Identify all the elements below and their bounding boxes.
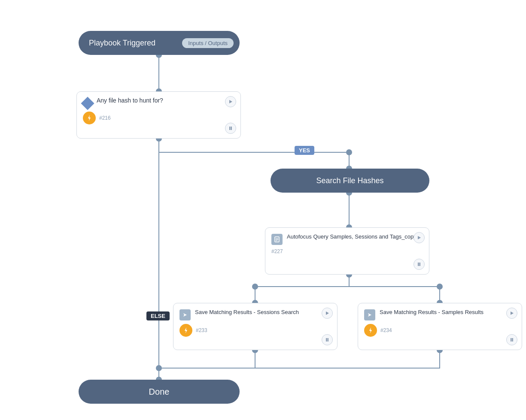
playbook-triggered-node[interactable]: Playbook Triggered Inputs / Outputs — [79, 31, 240, 55]
sessions-play-btn[interactable] — [322, 308, 333, 319]
condition-id: #216 — [99, 115, 111, 121]
play-icon — [510, 311, 514, 315]
lightning-icon — [182, 327, 189, 334]
svg-rect-28 — [420, 263, 421, 266]
svg-rect-33 — [328, 338, 329, 341]
sessions-title: Save Matching Results - Sessions Search — [195, 308, 331, 316]
pause-icon — [325, 338, 329, 342]
svg-point-10 — [252, 284, 258, 290]
sessions-pause-btn[interactable] — [322, 334, 333, 345]
svg-marker-19 — [229, 100, 232, 103]
condition-pause-btn[interactable] — [225, 123, 236, 134]
samples-badge — [364, 324, 377, 337]
svg-rect-32 — [326, 338, 327, 341]
condition-badge — [83, 112, 96, 124]
search-hashes-label: Search File Hashes — [316, 176, 383, 185]
samples-footer: #234 — [364, 324, 516, 337]
svg-marker-31 — [326, 311, 329, 315]
svg-marker-26 — [418, 236, 421, 239]
autofocus-header: Autofocus Query Samples, Sessions and Ta… — [271, 233, 423, 245]
arrow-icon — [179, 309, 191, 320]
search-hashes-node[interactable]: Search File Hashes — [271, 169, 429, 193]
playbook-triggered-label: Playbook Triggered — [89, 39, 155, 48]
svg-marker-35 — [369, 327, 372, 333]
autofocus-play-btn[interactable] — [414, 232, 425, 243]
play-icon — [325, 311, 329, 315]
pause-icon — [417, 262, 421, 266]
diamond-icon — [81, 97, 94, 110]
svg-point-16 — [156, 365, 162, 371]
pause-icon — [510, 338, 514, 342]
autofocus-title: Autofocus Query Samples, Sessions and Ta… — [287, 233, 423, 241]
sessions-header: Save Matching Results - Sessions Search — [179, 308, 331, 320]
samples-results-node[interactable]: Save Matching Results - Samples Results … — [358, 303, 522, 350]
inputs-outputs-button[interactable]: Inputs / Outputs — [182, 38, 234, 48]
book-icon — [271, 234, 283, 245]
done-label: Done — [149, 387, 170, 397]
condition-title: Any file hash to hunt for? — [97, 97, 234, 104]
samples-play-btn[interactable] — [506, 308, 517, 319]
svg-marker-30 — [185, 327, 187, 333]
autofocus-footer: #227 — [271, 248, 423, 254]
else-label: ELSE — [146, 311, 170, 320]
svg-rect-20 — [229, 127, 231, 130]
done-node[interactable]: Done — [79, 380, 240, 404]
lightning-icon — [86, 115, 93, 121]
lightning-icon — [367, 327, 374, 334]
svg-rect-21 — [231, 127, 232, 130]
condition-footer: #216 — [83, 112, 234, 124]
arrow-icon — [364, 309, 375, 320]
svg-rect-38 — [512, 338, 514, 341]
svg-marker-36 — [511, 311, 514, 315]
samples-header: Save Matching Results - Samples Results — [364, 308, 516, 320]
svg-marker-18 — [88, 115, 91, 121]
workflow-canvas: Playbook Triggered Inputs / Outputs Any … — [0, 0, 526, 420]
condition-play-btn[interactable] — [225, 96, 236, 107]
sessions-search-node[interactable]: Save Matching Results - Sessions Search … — [173, 303, 337, 350]
svg-marker-29 — [183, 313, 187, 317]
condition-card-header: Any file hash to hunt for? — [83, 97, 234, 108]
svg-marker-34 — [368, 313, 371, 317]
yes-label: YES — [295, 146, 314, 155]
sessions-id: #233 — [196, 327, 207, 333]
svg-rect-27 — [418, 263, 419, 266]
condition-node[interactable]: Any file hash to hunt for? #216 — [76, 91, 241, 139]
samples-title: Save Matching Results - Samples Results — [380, 308, 516, 316]
play-icon — [228, 100, 233, 104]
svg-point-11 — [437, 284, 443, 290]
connections-overlay — [0, 0, 526, 420]
pause-icon — [228, 126, 233, 130]
autofocus-pause-btn[interactable] — [414, 259, 425, 270]
samples-id: #234 — [380, 327, 392, 333]
play-icon — [417, 236, 421, 240]
autofocus-id: #227 — [271, 248, 283, 254]
sessions-badge — [179, 324, 192, 337]
svg-rect-37 — [511, 338, 512, 341]
svg-point-5 — [346, 149, 352, 155]
samples-pause-btn[interactable] — [506, 334, 517, 345]
sessions-footer: #233 — [179, 324, 331, 337]
autofocus-node[interactable]: Autofocus Query Samples, Sessions and Ta… — [265, 227, 429, 275]
